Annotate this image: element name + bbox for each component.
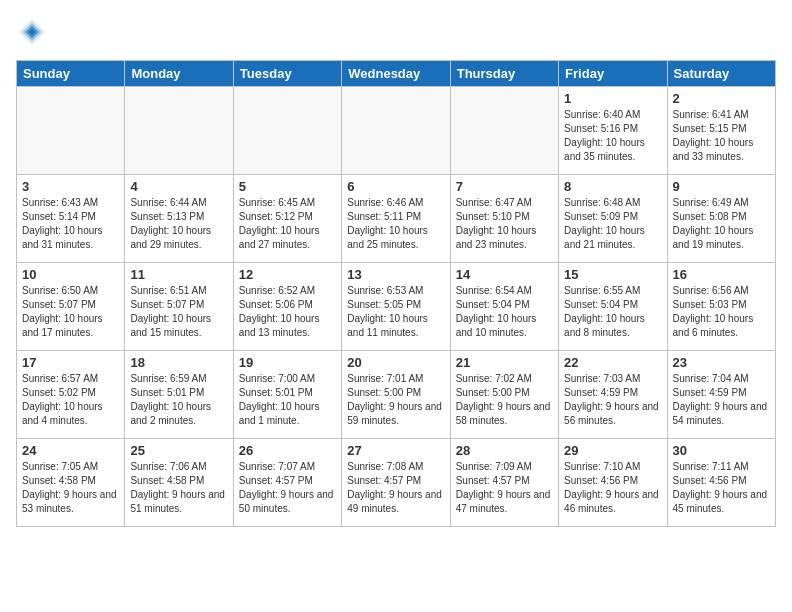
calendar-cell: 16Sunrise: 6:56 AM Sunset: 5:03 PM Dayli… bbox=[667, 263, 775, 351]
day-number: 27 bbox=[347, 443, 444, 458]
day-info: Sunrise: 6:49 AM Sunset: 5:08 PM Dayligh… bbox=[673, 196, 770, 252]
day-number: 29 bbox=[564, 443, 661, 458]
page-header bbox=[16, 16, 776, 48]
day-number: 13 bbox=[347, 267, 444, 282]
day-number: 3 bbox=[22, 179, 119, 194]
day-info: Sunrise: 6:44 AM Sunset: 5:13 PM Dayligh… bbox=[130, 196, 227, 252]
day-number: 24 bbox=[22, 443, 119, 458]
calendar-cell: 21Sunrise: 7:02 AM Sunset: 5:00 PM Dayli… bbox=[450, 351, 558, 439]
calendar-cell bbox=[342, 87, 450, 175]
day-info: Sunrise: 7:04 AM Sunset: 4:59 PM Dayligh… bbox=[673, 372, 770, 428]
day-number: 8 bbox=[564, 179, 661, 194]
calendar-cell: 7Sunrise: 6:47 AM Sunset: 5:10 PM Daylig… bbox=[450, 175, 558, 263]
calendar-cell: 28Sunrise: 7:09 AM Sunset: 4:57 PM Dayli… bbox=[450, 439, 558, 527]
calendar-cell: 17Sunrise: 6:57 AM Sunset: 5:02 PM Dayli… bbox=[17, 351, 125, 439]
day-info: Sunrise: 6:55 AM Sunset: 5:04 PM Dayligh… bbox=[564, 284, 661, 340]
calendar-cell: 15Sunrise: 6:55 AM Sunset: 5:04 PM Dayli… bbox=[559, 263, 667, 351]
day-info: Sunrise: 7:00 AM Sunset: 5:01 PM Dayligh… bbox=[239, 372, 336, 428]
calendar-week-2: 10Sunrise: 6:50 AM Sunset: 5:07 PM Dayli… bbox=[17, 263, 776, 351]
day-info: Sunrise: 7:03 AM Sunset: 4:59 PM Dayligh… bbox=[564, 372, 661, 428]
calendar-cell bbox=[233, 87, 341, 175]
calendar-table: SundayMondayTuesdayWednesdayThursdayFrid… bbox=[16, 60, 776, 527]
day-info: Sunrise: 6:48 AM Sunset: 5:09 PM Dayligh… bbox=[564, 196, 661, 252]
day-number: 17 bbox=[22, 355, 119, 370]
day-number: 4 bbox=[130, 179, 227, 194]
logo bbox=[16, 16, 52, 48]
day-number: 1 bbox=[564, 91, 661, 106]
day-info: Sunrise: 6:41 AM Sunset: 5:15 PM Dayligh… bbox=[673, 108, 770, 164]
day-info: Sunrise: 7:02 AM Sunset: 5:00 PM Dayligh… bbox=[456, 372, 553, 428]
calendar-cell: 5Sunrise: 6:45 AM Sunset: 5:12 PM Daylig… bbox=[233, 175, 341, 263]
calendar-week-0: 1Sunrise: 6:40 AM Sunset: 5:16 PM Daylig… bbox=[17, 87, 776, 175]
day-number: 11 bbox=[130, 267, 227, 282]
day-info: Sunrise: 7:10 AM Sunset: 4:56 PM Dayligh… bbox=[564, 460, 661, 516]
day-info: Sunrise: 7:07 AM Sunset: 4:57 PM Dayligh… bbox=[239, 460, 336, 516]
day-number: 30 bbox=[673, 443, 770, 458]
day-info: Sunrise: 7:05 AM Sunset: 4:58 PM Dayligh… bbox=[22, 460, 119, 516]
day-info: Sunrise: 6:47 AM Sunset: 5:10 PM Dayligh… bbox=[456, 196, 553, 252]
calendar-cell: 1Sunrise: 6:40 AM Sunset: 5:16 PM Daylig… bbox=[559, 87, 667, 175]
day-number: 18 bbox=[130, 355, 227, 370]
weekday-header-wednesday: Wednesday bbox=[342, 61, 450, 87]
day-number: 21 bbox=[456, 355, 553, 370]
weekday-header-tuesday: Tuesday bbox=[233, 61, 341, 87]
day-number: 7 bbox=[456, 179, 553, 194]
calendar-cell: 30Sunrise: 7:11 AM Sunset: 4:56 PM Dayli… bbox=[667, 439, 775, 527]
day-number: 16 bbox=[673, 267, 770, 282]
day-info: Sunrise: 6:54 AM Sunset: 5:04 PM Dayligh… bbox=[456, 284, 553, 340]
calendar-cell: 25Sunrise: 7:06 AM Sunset: 4:58 PM Dayli… bbox=[125, 439, 233, 527]
calendar-cell: 3Sunrise: 6:43 AM Sunset: 5:14 PM Daylig… bbox=[17, 175, 125, 263]
calendar-cell: 24Sunrise: 7:05 AM Sunset: 4:58 PM Dayli… bbox=[17, 439, 125, 527]
calendar-cell: 18Sunrise: 6:59 AM Sunset: 5:01 PM Dayli… bbox=[125, 351, 233, 439]
calendar-week-3: 17Sunrise: 6:57 AM Sunset: 5:02 PM Dayli… bbox=[17, 351, 776, 439]
calendar-week-1: 3Sunrise: 6:43 AM Sunset: 5:14 PM Daylig… bbox=[17, 175, 776, 263]
day-info: Sunrise: 6:46 AM Sunset: 5:11 PM Dayligh… bbox=[347, 196, 444, 252]
day-info: Sunrise: 6:45 AM Sunset: 5:12 PM Dayligh… bbox=[239, 196, 336, 252]
weekday-header-monday: Monday bbox=[125, 61, 233, 87]
day-info: Sunrise: 6:53 AM Sunset: 5:05 PM Dayligh… bbox=[347, 284, 444, 340]
calendar-cell: 13Sunrise: 6:53 AM Sunset: 5:05 PM Dayli… bbox=[342, 263, 450, 351]
calendar-cell: 19Sunrise: 7:00 AM Sunset: 5:01 PM Dayli… bbox=[233, 351, 341, 439]
day-number: 15 bbox=[564, 267, 661, 282]
day-info: Sunrise: 7:11 AM Sunset: 4:56 PM Dayligh… bbox=[673, 460, 770, 516]
calendar-cell: 8Sunrise: 6:48 AM Sunset: 5:09 PM Daylig… bbox=[559, 175, 667, 263]
calendar-cell bbox=[450, 87, 558, 175]
day-number: 6 bbox=[347, 179, 444, 194]
day-info: Sunrise: 6:56 AM Sunset: 5:03 PM Dayligh… bbox=[673, 284, 770, 340]
calendar-cell: 14Sunrise: 6:54 AM Sunset: 5:04 PM Dayli… bbox=[450, 263, 558, 351]
day-number: 22 bbox=[564, 355, 661, 370]
day-number: 10 bbox=[22, 267, 119, 282]
calendar-cell: 26Sunrise: 7:07 AM Sunset: 4:57 PM Dayli… bbox=[233, 439, 341, 527]
day-number: 20 bbox=[347, 355, 444, 370]
day-info: Sunrise: 6:40 AM Sunset: 5:16 PM Dayligh… bbox=[564, 108, 661, 164]
day-info: Sunrise: 6:59 AM Sunset: 5:01 PM Dayligh… bbox=[130, 372, 227, 428]
calendar-cell: 4Sunrise: 6:44 AM Sunset: 5:13 PM Daylig… bbox=[125, 175, 233, 263]
day-info: Sunrise: 6:50 AM Sunset: 5:07 PM Dayligh… bbox=[22, 284, 119, 340]
weekday-header-saturday: Saturday bbox=[667, 61, 775, 87]
day-number: 12 bbox=[239, 267, 336, 282]
day-number: 9 bbox=[673, 179, 770, 194]
day-number: 26 bbox=[239, 443, 336, 458]
day-number: 28 bbox=[456, 443, 553, 458]
calendar-header-row: SundayMondayTuesdayWednesdayThursdayFrid… bbox=[17, 61, 776, 87]
calendar-cell: 9Sunrise: 6:49 AM Sunset: 5:08 PM Daylig… bbox=[667, 175, 775, 263]
calendar-cell bbox=[17, 87, 125, 175]
day-number: 23 bbox=[673, 355, 770, 370]
weekday-header-thursday: Thursday bbox=[450, 61, 558, 87]
calendar-cell: 23Sunrise: 7:04 AM Sunset: 4:59 PM Dayli… bbox=[667, 351, 775, 439]
calendar-cell: 22Sunrise: 7:03 AM Sunset: 4:59 PM Dayli… bbox=[559, 351, 667, 439]
calendar-cell: 20Sunrise: 7:01 AM Sunset: 5:00 PM Dayli… bbox=[342, 351, 450, 439]
day-number: 14 bbox=[456, 267, 553, 282]
calendar-cell bbox=[125, 87, 233, 175]
calendar-cell: 6Sunrise: 6:46 AM Sunset: 5:11 PM Daylig… bbox=[342, 175, 450, 263]
logo-icon bbox=[16, 16, 48, 48]
calendar-cell: 27Sunrise: 7:08 AM Sunset: 4:57 PM Dayli… bbox=[342, 439, 450, 527]
day-info: Sunrise: 7:08 AM Sunset: 4:57 PM Dayligh… bbox=[347, 460, 444, 516]
day-info: Sunrise: 6:43 AM Sunset: 5:14 PM Dayligh… bbox=[22, 196, 119, 252]
weekday-header-friday: Friday bbox=[559, 61, 667, 87]
day-info: Sunrise: 6:52 AM Sunset: 5:06 PM Dayligh… bbox=[239, 284, 336, 340]
calendar-cell: 2Sunrise: 6:41 AM Sunset: 5:15 PM Daylig… bbox=[667, 87, 775, 175]
calendar-week-4: 24Sunrise: 7:05 AM Sunset: 4:58 PM Dayli… bbox=[17, 439, 776, 527]
calendar-cell: 11Sunrise: 6:51 AM Sunset: 5:07 PM Dayli… bbox=[125, 263, 233, 351]
day-info: Sunrise: 6:51 AM Sunset: 5:07 PM Dayligh… bbox=[130, 284, 227, 340]
